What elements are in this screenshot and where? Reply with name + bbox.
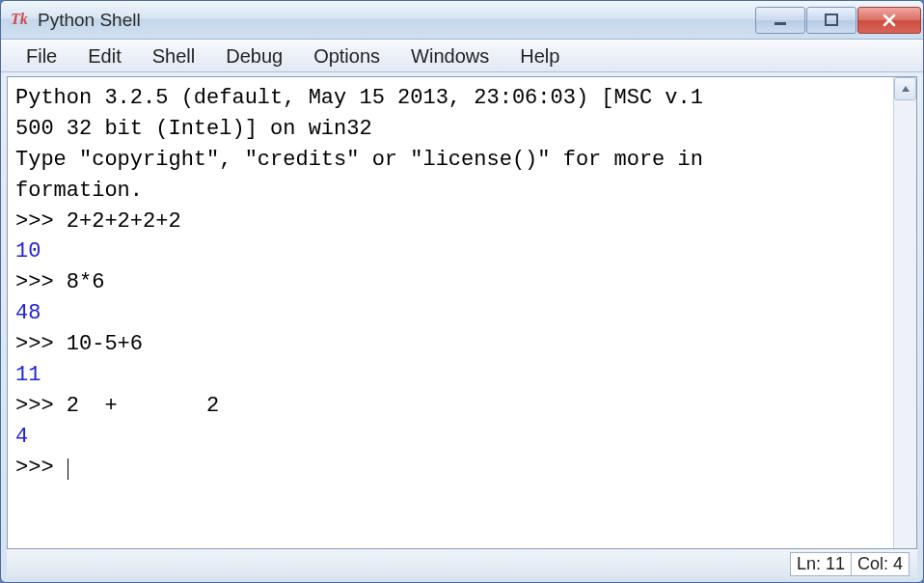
banner-text: Python 3.2.5 (default, May 15 2013, 23:0… (15, 86, 703, 110)
menu-help[interactable]: Help (504, 42, 575, 71)
close-icon (882, 14, 897, 27)
close-button[interactable] (857, 7, 921, 34)
status-col: Col: 4 (851, 552, 910, 576)
shell-output: 4 (15, 425, 28, 449)
svg-rect-0 (775, 22, 786, 25)
scroll-up-button[interactable] (894, 77, 916, 100)
menu-file[interactable]: File (11, 42, 72, 71)
menubar: File Edit Shell Debug Options Windows He… (1, 40, 923, 72)
shell-output: 11 (15, 363, 41, 387)
banner-text: Type "copyright", "credits" or "license(… (15, 148, 703, 172)
chevron-up-icon (901, 85, 910, 93)
menu-shell[interactable]: Shell (137, 42, 210, 71)
menu-debug[interactable]: Debug (210, 42, 298, 71)
window-title: Python Shell (38, 10, 755, 31)
svg-rect-1 (826, 14, 837, 25)
minimize-button[interactable] (755, 7, 805, 34)
python-shell-window: Tk Python Shell File Edit Shell Debug Op… (0, 0, 924, 583)
maximize-button[interactable] (806, 7, 856, 34)
banner-text: 500 32 bit (Intel)] on win32 (15, 117, 372, 141)
menu-windows[interactable]: Windows (395, 42, 504, 71)
shell-input-line: >>> 2+2+2+2+2 (15, 209, 181, 234)
titlebar[interactable]: Tk Python Shell (1, 1, 923, 40)
minimize-icon (774, 14, 787, 27)
shell-input-line: >>> 8*6 (15, 270, 104, 294)
statusbar: Ln: 11 Col: 4 (7, 549, 917, 578)
shell-editor[interactable]: Python 3.2.5 (default, May 15 2013, 23:0… (8, 77, 893, 548)
menu-edit[interactable]: Edit (72, 42, 136, 71)
tk-icon: Tk (11, 11, 30, 30)
shell-input-line: >>> 2 + 2 (15, 394, 219, 418)
shell-active-prompt: >>> (15, 456, 68, 480)
shell-input-line: >>> 10-5+6 (15, 332, 143, 356)
content-area: Python 3.2.5 (default, May 15 2013, 23:0… (7, 76, 917, 549)
shell-output: 48 (15, 301, 41, 325)
menu-options[interactable]: Options (298, 42, 395, 71)
shell-output: 10 (15, 239, 41, 264)
status-line: Ln: 11 (790, 552, 852, 576)
banner-text: formation. (15, 179, 143, 203)
maximize-icon (825, 14, 838, 27)
vertical-scrollbar[interactable] (893, 77, 916, 548)
window-controls (755, 7, 921, 34)
text-cursor (68, 458, 69, 480)
